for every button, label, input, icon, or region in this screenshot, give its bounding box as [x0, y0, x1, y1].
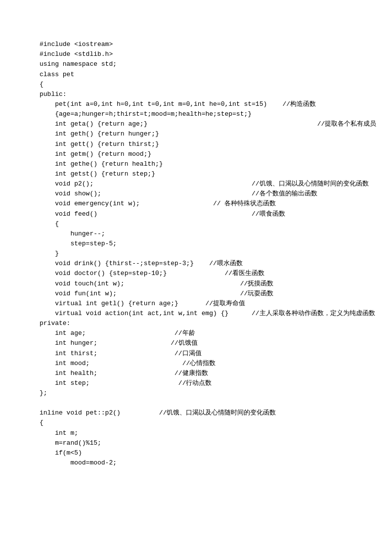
code-text: void touch(int w); //抚摸函数: [40, 279, 372, 289]
code-text: int step; //行动点数: [40, 378, 372, 388]
code-text: int geth() {return hunger;}: [40, 129, 372, 139]
code-line: #include <iostream>: [40, 40, 372, 49]
code-line: private:: [40, 319, 372, 328]
code-line: };: [40, 388, 372, 398]
code-line: {: [40, 80, 372, 90]
code-line: using namespace std;: [40, 59, 372, 69]
code-text: #include <iostream>: [40, 40, 372, 49]
code-line: virtual int getl() {return age;} //提取寿命值: [40, 299, 372, 309]
code-line: {age=a;hunger=h;thirst=t;mood=m;health=h…: [40, 109, 372, 119]
code-line: int geth() {return hunger;}: [40, 129, 372, 139]
code-line: pet(int a=0,int h=0,int t=0,int m=0,int …: [40, 99, 372, 109]
code-text: int thirst; //口渴值: [40, 349, 372, 359]
code-text: int geta() {return age;} //提取各个私有成员: [40, 119, 376, 129]
code-text: {: [40, 418, 372, 428]
code-line: int hunger; //饥饿值: [40, 338, 372, 348]
code-line: int mood; //心情指数: [40, 359, 372, 369]
code-line: int step; //行动点数: [40, 378, 372, 388]
code-line: {: [40, 418, 372, 428]
code-text: step=step-5;: [40, 239, 372, 249]
code-line: int gethe() {return health;}: [40, 159, 372, 169]
code-text: int getst() {return step;}: [40, 169, 372, 179]
code-text: int health; //健康指数: [40, 369, 372, 378]
code-text: public:: [40, 90, 372, 99]
code-line: int thirst; //口渴值: [40, 349, 372, 359]
code-line: void feed() //喂食函数: [40, 209, 372, 219]
code-text: int gett() {return thirst;}: [40, 139, 372, 149]
code-text: virtual void action(int act,int w,int em…: [40, 309, 375, 319]
code-text: int getm() {return mood;}: [40, 149, 372, 159]
code-text: mood=mood-2;: [40, 458, 372, 468]
code-line: void p2(); //饥饿、口渴以及心情随时间的变化函数: [40, 179, 372, 189]
code-text: using namespace std;: [40, 59, 372, 69]
code-text: class pet: [40, 70, 372, 80]
code-line: [40, 398, 372, 408]
code-text: [40, 398, 372, 408]
code-line: step=step-5;: [40, 239, 372, 249]
code-line: {: [40, 219, 372, 229]
code-line: int getm() {return mood;}: [40, 149, 372, 159]
code-line: virtual void action(int act,int w,int em…: [40, 309, 372, 319]
code-line: int getst() {return step;}: [40, 169, 372, 179]
code-line: void show(); //各个数值的输出函数: [40, 189, 372, 199]
code-line: void doctor() {step=step-10;} //看医生函数: [40, 269, 372, 278]
code-line: void fun(int w); //玩耍函数: [40, 289, 372, 299]
code-text: void doctor() {step=step-10;} //看医生函数: [40, 269, 372, 278]
code-line: int geta() {return age;} //提取各个私有成员: [40, 119, 372, 129]
code-text: int gethe() {return health;}: [40, 159, 372, 169]
code-text: void emergency(int w); // 各种特殊状态函数: [40, 199, 372, 209]
code-text: }: [40, 249, 372, 259]
code-line: #include <stdlib.h>: [40, 49, 372, 59]
code-line: int age; //年龄: [40, 328, 372, 338]
code-text: hunger--;: [40, 229, 372, 239]
code-line: int health; //健康指数: [40, 369, 372, 378]
code-text: };: [40, 388, 372, 398]
code-line: }: [40, 249, 372, 259]
code-text: pet(int a=0,int h=0,int t=0,int m=0,int …: [40, 99, 372, 109]
code-line: int m;: [40, 428, 372, 438]
code-line: class pet: [40, 70, 372, 80]
code-text: {: [40, 80, 372, 90]
code-container: #include <iostream>#include <stdlib.h>us…: [40, 30, 372, 468]
code-text: #include <stdlib.h>: [40, 49, 372, 59]
code-text: int hunger; //饥饿值: [40, 338, 372, 348]
code-line: inline void pet::p2() //饥饿、口渴以及心情随时间的变化函…: [40, 408, 372, 418]
code-line: void emergency(int w); // 各种特殊状态函数: [40, 199, 372, 209]
code-text: {age=a;hunger=h;thirst=t;mood=m;health=h…: [40, 109, 372, 119]
code-text: int mood; //心情指数: [40, 359, 372, 369]
code-text: void p2(); //饥饿、口渴以及心情随时间的变化函数: [40, 179, 372, 189]
code-text: if(m<5): [40, 448, 372, 458]
code-text: void fun(int w); //玩耍函数: [40, 289, 372, 299]
code-text: int age; //年龄: [40, 328, 372, 338]
code-text: m=rand()%15;: [40, 438, 372, 448]
code-text: virtual int getl() {return age;} //提取寿命值: [40, 299, 372, 309]
code-line: hunger--;: [40, 229, 372, 239]
code-text: void show(); //各个数值的输出函数: [40, 189, 372, 199]
code-line: public:: [40, 90, 372, 99]
code-text: int m;: [40, 428, 372, 438]
code-text: void drink() {thirst--;step=step-3;} //喂…: [40, 259, 372, 269]
code-line: mood=mood-2;: [40, 458, 372, 468]
code-text: private:: [40, 319, 372, 328]
code-text: inline void pet::p2() //饥饿、口渴以及心情随时间的变化函…: [40, 408, 372, 418]
code-line: int gett() {return thirst;}: [40, 139, 372, 149]
code-line: void touch(int w); //抚摸函数: [40, 279, 372, 289]
code-text: {: [40, 219, 372, 229]
code-line: void drink() {thirst--;step=step-3;} //喂…: [40, 259, 372, 269]
code-text: void feed() //喂食函数: [40, 209, 372, 219]
code-line: m=rand()%15;: [40, 438, 372, 448]
code-line: if(m<5): [40, 448, 372, 458]
